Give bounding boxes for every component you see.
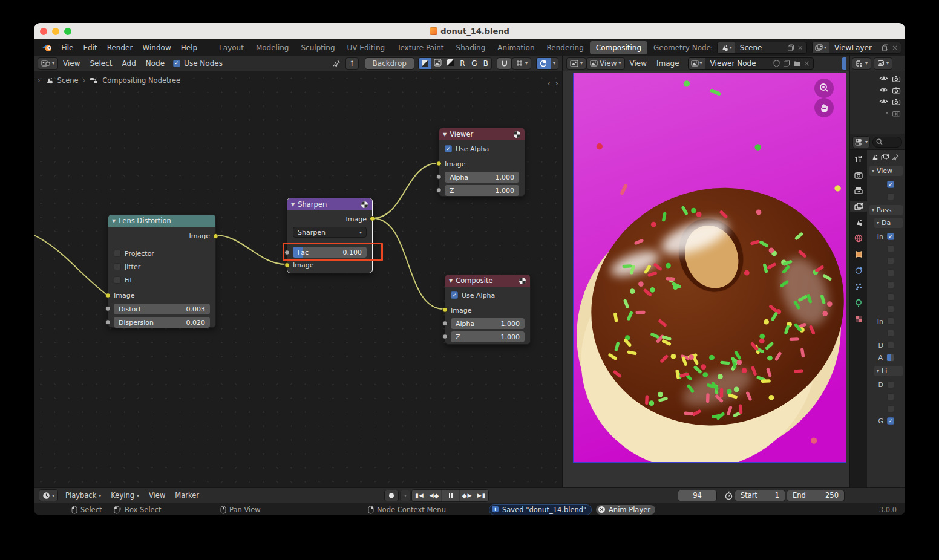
tab-render[interactable] bbox=[850, 170, 867, 180]
snap-mode-dropdown[interactable]: ▾ bbox=[512, 57, 531, 70]
jump-to-end-button[interactable]: ▶▮ bbox=[474, 490, 488, 501]
node-canvas[interactable]: › Scene › Compositing Nodetree ‹ › bbox=[34, 71, 562, 487]
menu-window[interactable]: Window bbox=[137, 42, 175, 54]
editor-type-dropdown[interactable]: ▾ bbox=[566, 57, 586, 70]
end-frame-field[interactable]: End250 bbox=[787, 490, 845, 501]
scene-selector[interactable]: ▾ Scene × bbox=[717, 42, 807, 54]
timeline-view-menu[interactable]: View bbox=[144, 489, 170, 501]
section-data[interactable]: ▾Da bbox=[874, 218, 903, 228]
z-slider[interactable]: Z1.000 bbox=[451, 331, 525, 342]
slider-box[interactable] bbox=[886, 354, 894, 362]
fake-user-shield-icon[interactable] bbox=[773, 60, 780, 67]
node-composite[interactable]: ▼ Composite ✓Use Alpha Image Alpha1.000 … bbox=[445, 274, 531, 345]
image-input-socket[interactable] bbox=[284, 262, 290, 268]
image-input-socket[interactable] bbox=[442, 307, 448, 313]
node-sharpen[interactable]: ▼ Sharpen Image Sharpen▾ Fac0.100 Image bbox=[287, 198, 373, 273]
checkbox-icon[interactable] bbox=[887, 293, 894, 301]
comp-menu-view[interactable]: View bbox=[58, 57, 85, 70]
outliner-row[interactable] bbox=[850, 84, 905, 96]
image-name[interactable]: Viewer Node bbox=[705, 59, 773, 68]
disable-render-camera-icon[interactable] bbox=[892, 98, 901, 105]
checkbox-icon[interactable] bbox=[887, 381, 894, 388]
image-output-socket[interactable] bbox=[213, 233, 218, 239]
channel-alpha-button[interactable] bbox=[444, 59, 457, 68]
properties-editor-type-dropdown[interactable]: ▾ bbox=[852, 136, 870, 148]
tab-texture-paint[interactable]: Texture Paint bbox=[391, 41, 450, 54]
hide-eye-icon[interactable] bbox=[879, 86, 888, 93]
jump-to-start-button[interactable]: ▮◀ bbox=[412, 490, 427, 501]
node-collapse-icon[interactable]: ▼ bbox=[443, 132, 447, 137]
menu-render[interactable]: Render bbox=[102, 42, 138, 54]
tab-particles[interactable] bbox=[850, 281, 867, 292]
alpha-socket[interactable] bbox=[442, 321, 448, 326]
tab-view-layer[interactable] bbox=[850, 201, 867, 212]
checkbox-icon[interactable] bbox=[887, 281, 894, 288]
start-frame-field[interactable]: Start1 bbox=[735, 490, 785, 501]
checkbox-icon[interactable] bbox=[887, 193, 894, 200]
tab-animation[interactable]: Animation bbox=[491, 41, 540, 54]
zoom-in-button[interactable] bbox=[814, 79, 834, 98]
dispersion-slider[interactable]: Dispersion0.020 bbox=[114, 317, 210, 328]
current-frame-field[interactable]: 94 bbox=[678, 490, 717, 501]
checkbox-checked-icon[interactable]: ✓ bbox=[887, 181, 894, 188]
outliner-row-partial[interactable]: ▾ bbox=[850, 107, 905, 119]
tab-rendering[interactable]: Rendering bbox=[541, 41, 590, 54]
channel-color-alpha-button[interactable] bbox=[419, 58, 431, 69]
new-image-icon[interactable] bbox=[783, 60, 790, 67]
unlink-scene-icon[interactable]: × bbox=[797, 44, 803, 52]
z-slider[interactable]: Z1.000 bbox=[445, 185, 519, 196]
editor-type-dropdown[interactable]: ▾ bbox=[38, 57, 58, 70]
image-datablock-selector[interactable]: ▾ Viewer Node × bbox=[688, 57, 814, 70]
image-input-socket[interactable] bbox=[436, 161, 442, 166]
img-menu-view[interactable]: View bbox=[625, 57, 652, 70]
tab-modeling[interactable]: Modeling bbox=[250, 41, 295, 54]
outliner-row[interactable] bbox=[850, 96, 905, 107]
tab-object[interactable] bbox=[850, 249, 867, 259]
go-parent-node-button[interactable]: ↑ bbox=[345, 57, 359, 70]
viewlayer-icon[interactable] bbox=[881, 154, 889, 161]
new-scene-icon[interactable] bbox=[787, 44, 794, 51]
scene-icon[interactable] bbox=[871, 154, 878, 161]
minimize-window-button[interactable] bbox=[52, 28, 59, 35]
tab-light-data[interactable] bbox=[850, 298, 867, 308]
view-option-row[interactable] bbox=[869, 190, 903, 203]
jitter-checkbox[interactable]: Jitter bbox=[114, 261, 210, 272]
snap-toggle[interactable] bbox=[497, 57, 512, 70]
tab-physics[interactable] bbox=[850, 265, 867, 276]
region-toggle-icon[interactable]: ‹ › bbox=[547, 79, 560, 88]
alpha-slider[interactable]: Alpha1.000 bbox=[451, 318, 525, 329]
pass-row[interactable]: D bbox=[869, 379, 903, 391]
channel-color-button[interactable] bbox=[431, 59, 444, 68]
cancel-x-icon[interactable] bbox=[598, 506, 606, 513]
checkbox-icon[interactable] bbox=[887, 269, 894, 276]
fit-checkbox[interactable]: Fit bbox=[114, 275, 210, 285]
pass-row[interactable] bbox=[869, 279, 903, 291]
section-view[interactable]: ▾View bbox=[869, 166, 903, 176]
next-keyframe-button[interactable]: ◆▶ bbox=[459, 490, 474, 501]
zoom-window-button[interactable] bbox=[64, 28, 71, 35]
distort-slider[interactable]: Distort0.003 bbox=[114, 304, 210, 314]
checkbox-icon[interactable] bbox=[887, 342, 894, 349]
pass-row[interactable] bbox=[869, 267, 903, 279]
hide-eye-icon[interactable] bbox=[879, 75, 888, 82]
comp-menu-node[interactable]: Node bbox=[141, 57, 169, 70]
checkbox-icon[interactable] bbox=[887, 393, 894, 400]
viewlayer-selector[interactable]: ▾ ViewLayer × bbox=[812, 42, 901, 54]
pass-row[interactable] bbox=[869, 303, 903, 315]
pass-row[interactable] bbox=[869, 243, 903, 255]
pass-row[interactable] bbox=[869, 327, 903, 339]
stopwatch-icon[interactable] bbox=[724, 491, 733, 500]
use-nodes-checkbox[interactable]: ✓ Use Nodes bbox=[173, 59, 223, 68]
mode-dropdown[interactable]: View▾ bbox=[586, 57, 625, 70]
node-lens-distortion[interactable]: ▼ Lens Distortion Image Projector Jitter… bbox=[108, 214, 216, 328]
remove-viewlayer-icon[interactable]: × bbox=[892, 44, 898, 52]
tab-layout[interactable]: Layout bbox=[213, 41, 250, 54]
checkbox-icon[interactable] bbox=[887, 257, 894, 264]
node-collapse-icon[interactable]: ▼ bbox=[449, 278, 453, 284]
pin-icon[interactable] bbox=[892, 154, 899, 161]
z-socket[interactable] bbox=[442, 334, 448, 339]
section-passes[interactable]: ▾Pass bbox=[869, 205, 903, 215]
use-alpha-checkbox[interactable]: ✓Use Alpha bbox=[445, 143, 519, 154]
tab-world[interactable] bbox=[850, 233, 867, 244]
pass-row[interactable]: D bbox=[869, 339, 903, 351]
